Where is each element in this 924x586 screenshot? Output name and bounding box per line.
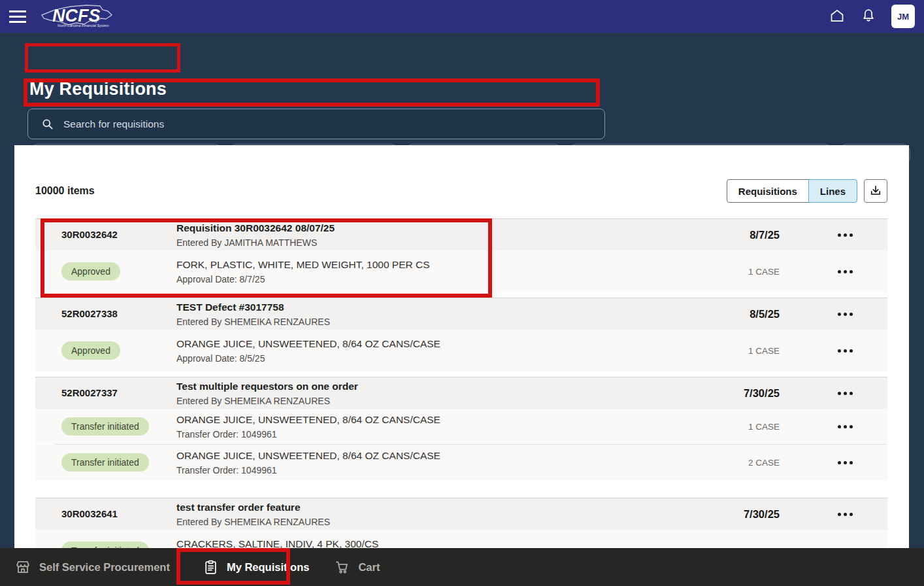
requisition-date: 7/30/25 bbox=[695, 508, 802, 521]
search-icon bbox=[41, 118, 54, 131]
items-count: 10000 items bbox=[35, 185, 95, 197]
menu-icon[interactable] bbox=[8, 5, 34, 27]
ncfs-logo[interactable]: NCFS North Carolina Financial System bbox=[38, 1, 115, 32]
line-detail: Approval Date: 8/7/25 bbox=[176, 274, 695, 284]
entered-by: Entered By SHEMEIKA RENZAURES bbox=[176, 317, 695, 327]
nav-self-service-procurement[interactable]: Self Service Procurement bbox=[14, 559, 170, 576]
home-icon[interactable] bbox=[829, 8, 846, 25]
logo-tagline: North Carolina Financial System bbox=[58, 24, 109, 27]
requisition-title[interactable]: test transfer order feature bbox=[176, 501, 695, 514]
line-description: FORK, PLASTIC, WHITE, MED WEIGHT, 1000 P… bbox=[176, 258, 695, 271]
notifications-bell-icon[interactable] bbox=[860, 8, 877, 25]
top-navbar: NCFS North Carolina Financial System JM bbox=[0, 0, 924, 33]
status-badge: Transfer initiated bbox=[61, 417, 149, 436]
storefront-icon bbox=[14, 559, 31, 576]
line-quantity: 2 CASE bbox=[695, 458, 802, 468]
requisition-line-row[interactable]: Transfer initiated ORANGE JUICE, UNSWEET… bbox=[35, 409, 887, 444]
requisition-header-row[interactable]: 30R0032641 test transfer order feature E… bbox=[35, 498, 887, 530]
nav-label: Cart bbox=[358, 561, 380, 574]
requisition-number: 52R0027338 bbox=[61, 308, 118, 319]
nav-cart[interactable]: Cart bbox=[333, 559, 380, 576]
line-description: ORANGE JUICE, UNSWEETENED, 8/64 OZ CANS/… bbox=[176, 413, 695, 426]
line-description: ORANGE JUICE, UNSWEETENED, 8/64 OZ CANS/… bbox=[176, 337, 695, 351]
requisition-date: 7/30/25 bbox=[695, 387, 802, 400]
row-actions-button[interactable] bbox=[833, 228, 858, 242]
download-icon bbox=[869, 184, 882, 198]
download-button[interactable] bbox=[864, 179, 887, 203]
row-actions-button[interactable] bbox=[833, 307, 858, 321]
entered-by: Entered By SHEMEIKA RENZAURES bbox=[176, 517, 695, 527]
requisition-title[interactable]: Test multiple requestors on one order bbox=[176, 380, 695, 393]
lines-view-button[interactable]: Lines bbox=[808, 179, 857, 203]
line-detail: Transfer Order: 1049961 bbox=[176, 429, 695, 439]
results-panel: 10000 items Requisitions Lines 30R003264… bbox=[14, 145, 909, 586]
requisition-number: 30R0032642 bbox=[61, 229, 118, 240]
row-actions-button[interactable] bbox=[833, 265, 858, 279]
requisition-header-row[interactable]: 52R0027338 TEST Defect #3017758 Entered … bbox=[35, 298, 887, 330]
status-badge: Approved bbox=[61, 262, 120, 281]
page-header: My Requisitions Entered By YOLONDA MCLEA… bbox=[0, 33, 924, 145]
requisition-number: 30R0032641 bbox=[61, 508, 118, 519]
cart-icon bbox=[333, 559, 350, 576]
status-badge: Transfer initiated bbox=[61, 453, 149, 472]
requisitions-table: 30R0032642 Requisition 30R0032642 08/07/… bbox=[35, 218, 887, 572]
requisition-title[interactable]: Requisition 30R0032642 08/07/25 bbox=[176, 222, 695, 235]
requisition-group: 52R0027337 Test multiple requestors on o… bbox=[35, 377, 887, 498]
line-quantity: 1 CASE bbox=[695, 422, 802, 432]
search-input[interactable] bbox=[63, 118, 604, 130]
line-detail: Transfer Order: 1049961 bbox=[176, 465, 695, 475]
status-badge: Approved bbox=[61, 341, 120, 360]
requisition-group: 52R0027338 TEST Defect #3017758 Entered … bbox=[35, 298, 887, 377]
bottom-nav-bar: Self Service Procurement My Requisitions… bbox=[0, 548, 924, 586]
logo-text: NCFS bbox=[52, 6, 101, 26]
line-quantity: 1 CASE bbox=[695, 346, 802, 356]
row-actions-button[interactable] bbox=[833, 508, 858, 521]
requisition-title[interactable]: TEST Defect #3017758 bbox=[176, 301, 695, 314]
row-actions-button[interactable] bbox=[833, 456, 858, 470]
row-actions-button[interactable] bbox=[833, 387, 858, 400]
requisition-date: 8/7/25 bbox=[695, 229, 802, 241]
search-box[interactable] bbox=[27, 109, 605, 139]
requisition-date: 8/5/25 bbox=[695, 308, 802, 320]
requisition-number: 52R0027337 bbox=[61, 387, 118, 398]
requisition-line-row[interactable]: Approved ORANGE JUICE, UNSWEETENED, 8/64… bbox=[35, 330, 887, 371]
requisition-line-row[interactable]: Transfer initiated ORANGE JUICE, UNSWEET… bbox=[35, 445, 887, 480]
results-toolbar: 10000 items Requisitions Lines bbox=[14, 179, 909, 203]
line-quantity: 1 CASE bbox=[695, 267, 802, 277]
requisition-line-row[interactable]: Approved FORK, PLASTIC, WHITE, MED WEIGH… bbox=[35, 250, 887, 292]
row-actions-button[interactable] bbox=[833, 344, 858, 358]
nav-label: Self Service Procurement bbox=[39, 561, 170, 574]
requisition-header-row[interactable]: 30R0032642 Requisition 30R0032642 08/07/… bbox=[35, 219, 887, 250]
user-avatar[interactable]: JM bbox=[891, 5, 915, 28]
page-title: My Requisitions bbox=[29, 79, 167, 99]
entered-by: Entered By JAMITHA MATTHEWS bbox=[176, 237, 695, 248]
row-actions-button[interactable] bbox=[833, 420, 858, 434]
clipboard-icon bbox=[203, 559, 219, 576]
entered-by: Entered By SHEMEIKA RENZAURES bbox=[176, 396, 695, 406]
requisition-header-row[interactable]: 52R0027337 Test multiple requestors on o… bbox=[35, 377, 887, 409]
line-description: ORANGE JUICE, UNSWEETENED, 8/64 OZ CANS/… bbox=[176, 449, 695, 462]
nav-my-requisitions[interactable]: My Requisitions bbox=[203, 559, 310, 576]
view-toggle: Requisitions Lines bbox=[727, 179, 857, 203]
requisition-group: 30R0032642 Requisition 30R0032642 08/07/… bbox=[35, 218, 887, 298]
requisitions-view-button[interactable]: Requisitions bbox=[727, 179, 809, 203]
line-detail: Approval Date: 8/5/25 bbox=[176, 353, 695, 364]
nav-label: My Requisitions bbox=[227, 561, 310, 574]
